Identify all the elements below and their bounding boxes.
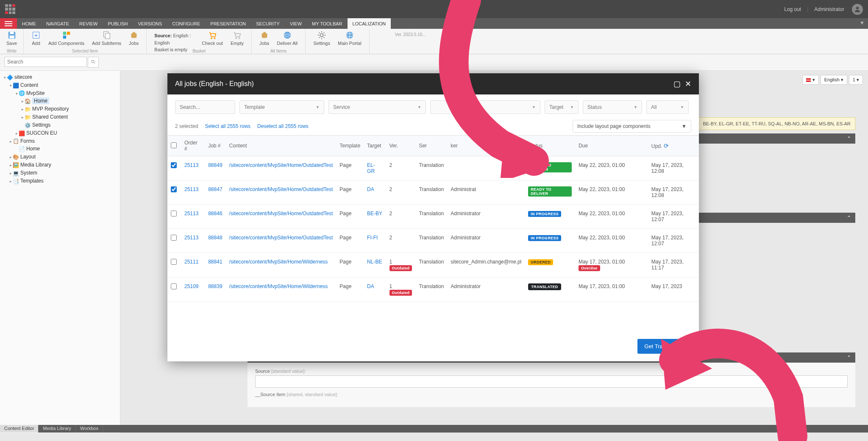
content-link[interactable]: /sitecore/content/MvpSite/Home/OutdatedT… <box>229 162 333 168</box>
ribbon-tab-navigate[interactable]: NAVIGATE <box>41 18 74 29</box>
save-button[interactable]: Save <box>3 30 20 47</box>
maximize-icon[interactable]: ▢ <box>673 79 681 89</box>
filter-unknown[interactable]: ▼ <box>430 100 540 114</box>
table-row[interactable]: 2511388846/sitecore/content/MvpSite/Home… <box>167 205 699 229</box>
col-ver[interactable]: Ver. <box>386 136 416 156</box>
ribbon-tab-localization[interactable]: LOCALIZATION <box>348 18 391 29</box>
user-link[interactable]: Administrator <box>814 6 844 12</box>
version-picker[interactable]: 1 ▾ <box>849 75 863 85</box>
logout-link[interactable]: Log out <box>784 6 801 12</box>
include-layout-dropdown[interactable]: Include layout page components▼ <box>573 120 691 133</box>
row-checkbox[interactable] <box>171 186 177 192</box>
get-translations-button[interactable]: Get Translations <box>637 339 691 354</box>
add-components-button[interactable]: Add Components <box>45 30 88 47</box>
ribbon-tab-my-toolbar[interactable]: MY TOOLBAR <box>307 18 348 29</box>
target-link[interactable]: NL-BE <box>367 259 382 265</box>
deselect-all-link[interactable]: Deselect all 2555 rows <box>257 123 309 129</box>
ribbon-tab-presentation[interactable]: PRESENTATION <box>205 18 251 29</box>
hamburger-button[interactable] <box>0 18 17 29</box>
deliver-all-button[interactable]: Deliver All <box>273 30 301 47</box>
job-link[interactable]: 88848 <box>208 235 222 241</box>
tree-templates[interactable]: Templates <box>20 178 44 184</box>
row-checkbox[interactable] <box>171 235 177 241</box>
tree-content[interactable]: Content <box>20 82 38 88</box>
modal-search-input[interactable] <box>175 100 235 114</box>
content-link[interactable]: /sitecore/content/MvpSite/Home/OutdatedT… <box>229 186 333 192</box>
filter-template[interactable]: Template▼ <box>239 100 324 114</box>
table-row[interactable]: 2511388847/sitecore/content/MvpSite/Home… <box>167 180 699 205</box>
tree-sugcon[interactable]: SUGCON EU <box>26 130 57 136</box>
order-link[interactable]: 25113 <box>184 186 198 192</box>
target-link[interactable]: FI-FI <box>367 235 378 241</box>
row-checkbox[interactable] <box>171 211 177 216</box>
tree-mvprepo[interactable]: MVP Repository <box>32 106 69 112</box>
source-field-input[interactable] <box>255 375 848 388</box>
filter-target[interactable]: Target▼ <box>545 100 579 114</box>
jobs-button[interactable]: Jobs <box>125 30 142 47</box>
order-link[interactable]: 25113 <box>184 211 198 216</box>
target-link[interactable]: DA <box>367 283 374 289</box>
order-link[interactable]: 25111 <box>184 259 198 265</box>
main-portal-button[interactable]: Main Portal <box>334 30 365 47</box>
col-job[interactable]: Job # <box>205 136 225 156</box>
refresh-icon[interactable]: ⟳ <box>664 142 669 149</box>
filter-service[interactable]: Service▼ <box>328 100 426 114</box>
ribbon-tab-versions[interactable]: VERSIONS <box>133 18 167 29</box>
close-icon[interactable]: ✕ <box>685 79 691 89</box>
job-link[interactable]: 88846 <box>208 211 222 216</box>
table-row[interactable]: 2510988839/sitecore/content/MvpSite/Home… <box>167 277 699 302</box>
tree-home[interactable]: Home <box>32 97 49 104</box>
order-link[interactable]: 25109 <box>184 283 198 289</box>
collapse-ribbon-icon[interactable]: ▼ <box>860 20 865 26</box>
tree-layout[interactable]: Layout <box>20 154 36 160</box>
tree-sitecore[interactable]: sitecore <box>14 74 32 80</box>
ribbon-tab-configure[interactable]: CONFIGURE <box>167 18 205 29</box>
tree-mvpsite[interactable]: MvpSite <box>26 90 45 96</box>
content-link[interactable]: /sitecore/content/MvpSite/Home/Wildernes… <box>229 259 328 265</box>
content-link[interactable]: /sitecore/content/MvpSite/Home/Wildernes… <box>229 283 328 289</box>
table-row[interactable]: 2511188841/sitecore/content/MvpSite/Home… <box>167 253 699 277</box>
add-subitems-button[interactable]: Add SubItems <box>89 30 125 47</box>
content-tree[interactable]: ▾🔷sitecore ▾🟦Content ▾🌐MvpSite ▸🏠Home ▸📁… <box>0 71 120 433</box>
tree-settings[interactable]: Settings <box>32 122 50 128</box>
jobs-all-button[interactable]: Jobs <box>256 30 273 47</box>
col-order[interactable]: Order # <box>181 136 205 156</box>
select-all-checkbox[interactable] <box>171 142 177 148</box>
col-status[interactable]: Status <box>525 136 575 156</box>
tab-workbox[interactable]: Workbox <box>76 425 103 433</box>
filter-status[interactable]: Status▼ <box>583 100 642 114</box>
ribbon-tab-view[interactable]: VIEW <box>285 18 307 29</box>
language-picker[interactable]: English ▾ <box>821 75 847 85</box>
job-link[interactable]: 88841 <box>208 259 222 265</box>
add-button[interactable]: +Add <box>28 30 44 47</box>
empty-button[interactable]: Empty <box>227 30 247 47</box>
row-checkbox[interactable] <box>171 162 177 168</box>
ribbon-tab-home[interactable]: HOME <box>17 18 41 29</box>
row-checkbox[interactable] <box>171 283 177 289</box>
target-link[interactable]: DA <box>367 186 374 192</box>
ribbon-tab-review[interactable]: REVIEW <box>74 18 103 29</box>
select-all-link[interactable]: Select all 2555 rows <box>205 123 250 129</box>
order-link[interactable]: 25113 <box>184 162 198 168</box>
col-service[interactable]: Ser <box>415 136 447 156</box>
tree-system[interactable]: System <box>20 170 37 176</box>
checkout-button[interactable]: Check out <box>198 30 226 47</box>
tab-content-editor[interactable]: Content Editor <box>0 425 39 433</box>
col-broker[interactable]: ker <box>447 136 525 156</box>
tree-media[interactable]: Media Library <box>20 162 51 168</box>
col-upd[interactable]: Upd. ⟳ <box>648 136 699 156</box>
table-row[interactable]: 2511388848/sitecore/content/MvpSite/Home… <box>167 229 699 253</box>
ribbon-tab-security[interactable]: SECURITY <box>251 18 285 29</box>
search-input[interactable] <box>4 57 87 67</box>
target-link[interactable]: BE-BY <box>367 211 382 216</box>
ribbon-tab-publish[interactable]: PUBLISH <box>103 18 133 29</box>
order-link[interactable]: 25113 <box>184 235 198 241</box>
app-logo[interactable] <box>5 4 15 14</box>
filter-all[interactable]: All▼ <box>646 100 689 114</box>
tree-forms[interactable]: Forms <box>20 138 35 144</box>
col-target[interactable]: Target <box>364 136 386 156</box>
tab-media-library[interactable]: Media Library <box>39 425 76 433</box>
job-link[interactable]: 88847 <box>208 186 222 192</box>
content-link[interactable]: /sitecore/content/MvpSite/Home/OutdatedT… <box>229 235 333 241</box>
tree-shared[interactable]: Shared Content <box>32 114 68 120</box>
